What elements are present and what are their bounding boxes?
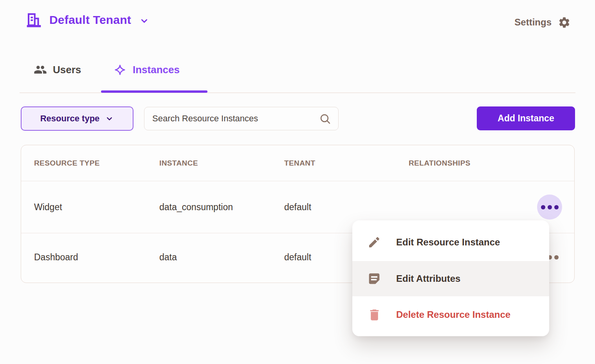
- resource-type-filter[interactable]: Resource type: [21, 106, 133, 131]
- settings-button[interactable]: Settings: [514, 15, 571, 30]
- menu-item-edit-resource-instance[interactable]: Edit Resource Instance: [352, 223, 549, 261]
- cell-resource-type: Widget: [21, 202, 146, 213]
- chevron-down-icon: [105, 114, 114, 123]
- ellipsis-dot: [541, 205, 545, 209]
- tab-users[interactable]: Users: [34, 62, 81, 77]
- trash-icon: [367, 308, 382, 322]
- cell-instance: data: [146, 252, 271, 263]
- column-header-instance: INSTANCE: [146, 159, 271, 168]
- cell-resource-type: Dashboard: [21, 252, 146, 263]
- pencil-icon: [367, 235, 382, 250]
- active-tab-underline: [101, 90, 207, 93]
- search-icon[interactable]: [319, 113, 331, 125]
- menu-item-label: Edit Attributes: [396, 273, 460, 284]
- ellipsis-dot: [554, 255, 559, 259]
- tenant-selector[interactable]: Default Tenant: [25, 10, 150, 30]
- cell-instance: data_consumption: [146, 202, 271, 213]
- menu-item-label: Delete Resource Instance: [396, 309, 510, 320]
- users-icon: [34, 63, 47, 76]
- tab-users-label: Users: [53, 64, 81, 76]
- chevron-down-icon: [139, 16, 150, 26]
- menu-item-label: Edit Resource Instance: [396, 237, 500, 248]
- cell-tenant: default: [271, 202, 396, 213]
- table-header-row: RESOURCE TYPE INSTANCE TENANT RELATIONSH…: [21, 145, 574, 181]
- gear-icon: [558, 16, 571, 29]
- resource-type-filter-label: Resource type: [40, 114, 100, 124]
- sparkle-icon: [114, 64, 126, 76]
- menu-item-delete-resource-instance[interactable]: Delete Resource Instance: [352, 296, 549, 333]
- menu-item-edit-attributes[interactable]: Edit Attributes: [352, 261, 549, 296]
- document-icon: [367, 271, 382, 286]
- search-input[interactable]: [152, 114, 319, 124]
- settings-label: Settings: [514, 17, 552, 28]
- tab-instances[interactable]: Instances: [114, 62, 180, 77]
- building-icon: [25, 11, 43, 29]
- add-instance-button[interactable]: Add Instance: [477, 106, 575, 130]
- column-header-resource-type: RESOURCE TYPE: [21, 159, 146, 168]
- row-context-menu: Edit Resource Instance Edit Attributes D…: [352, 220, 549, 336]
- search-box: [144, 107, 339, 130]
- ellipsis-dot: [548, 205, 552, 209]
- tenant-name: Default Tenant: [49, 13, 131, 27]
- column-header-relationships: RELATIONSHIPS: [396, 159, 574, 168]
- ellipsis-dot: [554, 205, 559, 209]
- row-actions-ellipsis-button[interactable]: [537, 195, 562, 220]
- tab-instances-label: Instances: [133, 64, 180, 76]
- column-header-tenant: TENANT: [271, 159, 396, 168]
